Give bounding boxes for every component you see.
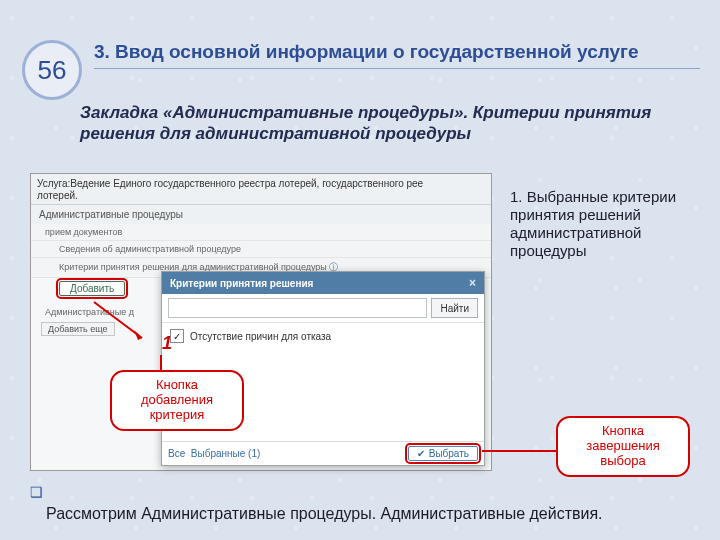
popup-footer-filter[interactable]: Все Выбранные (1) bbox=[168, 448, 260, 459]
annotation-1: 1. Выбранные критерии принятия решений а… bbox=[510, 188, 705, 260]
filter-selected[interactable]: Выбранные (1) bbox=[191, 448, 261, 459]
row-intake[interactable]: прием документов bbox=[31, 224, 491, 241]
callout-connector-2a bbox=[482, 450, 556, 452]
bullet-icon: ❑ bbox=[30, 484, 43, 500]
select-button[interactable]: Выбрать bbox=[408, 446, 478, 461]
checkbox-icon[interactable]: ✓ bbox=[170, 329, 184, 343]
app-screenshot: Услуга:Ведение Единого государственного … bbox=[30, 173, 492, 471]
callout-add-button: Кнопка добавления критерия bbox=[110, 370, 244, 431]
list-item[interactable]: ✓ Отсутствие причин для отказа bbox=[170, 329, 476, 343]
list-item-label: Отсутствие причин для отказа bbox=[190, 331, 331, 342]
add-more-button[interactable]: Добавить еще bbox=[41, 322, 115, 336]
row-procedure-info[interactable]: Сведения об административной процедуре bbox=[31, 241, 491, 258]
service-title: Услуга:Ведение Единого государственного … bbox=[31, 174, 491, 205]
service-title-line1: Услуга:Ведение Единого государственного … bbox=[37, 178, 423, 189]
criteria-popup: Критерии принятия решения × Найти ✓ Отсу… bbox=[161, 271, 485, 466]
add-criterion-button[interactable]: Добавить bbox=[59, 281, 125, 296]
select-button-label: Выбрать bbox=[429, 448, 469, 459]
tab-admin-procedures[interactable]: Административные процедуры bbox=[31, 205, 491, 224]
section-title: 3. Ввод основной информации о государств… bbox=[94, 40, 700, 69]
row-admin-actions[interactable]: Административные д bbox=[31, 304, 148, 320]
popup-header: Критерии принятия решения × bbox=[162, 272, 484, 294]
close-icon[interactable]: × bbox=[469, 276, 476, 290]
callout-connector-1 bbox=[160, 355, 162, 371]
filter-all[interactable]: Все bbox=[168, 448, 185, 459]
service-title-line2: лотерей. bbox=[37, 190, 78, 201]
page-number-text: 56 bbox=[38, 55, 67, 86]
popup-title: Критерии принятия решения bbox=[170, 278, 313, 289]
callout-finish-button: Кнопка завершения выбора bbox=[556, 416, 690, 477]
search-input[interactable] bbox=[168, 298, 427, 318]
page-number-badge: 56 bbox=[22, 40, 82, 100]
section-subtitle: Закладка «Административные процедуры». К… bbox=[80, 102, 680, 145]
marker-1: 1 bbox=[162, 333, 172, 354]
find-button[interactable]: Найти bbox=[431, 298, 478, 318]
footer-note: Рассмотрим Административные процедуры. А… bbox=[46, 504, 690, 524]
